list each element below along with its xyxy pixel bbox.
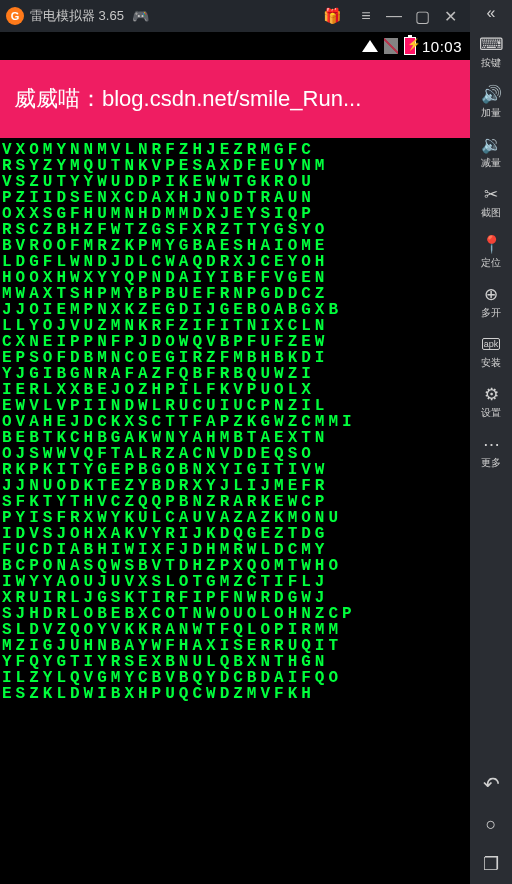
home-icon bbox=[486, 814, 497, 835]
back-icon bbox=[483, 772, 500, 796]
sidebar-tool-label: 加量 bbox=[470, 106, 512, 120]
sidebar-tool-multi[interactable]: 多开 bbox=[470, 278, 512, 328]
clock-text: 10:03 bbox=[422, 38, 462, 55]
sidebar-tool-label: 安装 bbox=[470, 356, 512, 370]
sidebar-tool-more[interactable]: 更多 bbox=[470, 428, 512, 478]
android-statusbar: ⚡ 10:03 bbox=[0, 32, 470, 60]
pin-icon bbox=[470, 234, 512, 254]
kbd-icon bbox=[470, 34, 512, 54]
sidebar-tool-label: 更多 bbox=[470, 456, 512, 470]
sidebar-tool-label: 多开 bbox=[470, 306, 512, 320]
sidebar-tool-vol-dn[interactable]: 减量 bbox=[470, 128, 512, 178]
cut-icon bbox=[470, 184, 512, 204]
menu-button[interactable]: ≡ bbox=[352, 7, 380, 25]
sidebar-tool-kbd[interactable]: 按键 bbox=[470, 28, 512, 78]
apk-icon: apk bbox=[470, 334, 512, 354]
gear-icon bbox=[470, 384, 512, 404]
sidebar-tool-label: 减量 bbox=[470, 156, 512, 170]
maximize-button[interactable]: ▢ bbox=[408, 7, 436, 26]
sidebar-tool-label: 截图 bbox=[470, 206, 512, 220]
wifi-icon bbox=[362, 40, 378, 52]
sidebar-tool-vol-up[interactable]: 加量 bbox=[470, 78, 512, 128]
recent-apps-icon bbox=[483, 853, 499, 875]
sidebar-tool-label: 按键 bbox=[470, 56, 512, 70]
app-logo-icon: G bbox=[6, 7, 24, 25]
close-button[interactable]: ✕ bbox=[436, 7, 464, 26]
no-sim-icon bbox=[384, 38, 398, 54]
emulator-sidebar: « 按键加量减量截图定位多开apk安装设置更多 bbox=[470, 0, 512, 884]
sidebar-tool-pin[interactable]: 定位 bbox=[470, 228, 512, 278]
vol-dn-icon bbox=[470, 134, 512, 154]
matrix-text-area: VXOMYNNMVLNRFZHJEZRMGFC RSYZYMQUTNKVPESA… bbox=[0, 138, 470, 884]
sidebar-tool-gear[interactable]: 设置 bbox=[470, 378, 512, 428]
emulator-titlebar: G 雷电模拟器 3.65 🎮 🎁 ≡ — ▢ ✕ bbox=[0, 0, 470, 32]
app-title: 雷电模拟器 3.65 bbox=[30, 7, 124, 25]
sidebar-tool-apk[interactable]: apk安装 bbox=[470, 328, 512, 378]
sidebar-collapse-icon[interactable]: « bbox=[487, 4, 496, 28]
minimize-button[interactable]: — bbox=[380, 7, 408, 25]
battery-charging-icon: ⚡ bbox=[404, 37, 416, 55]
gamepad-icon: 🎮 bbox=[132, 8, 149, 24]
more-icon bbox=[470, 434, 512, 454]
sidebar-tool-label: 定位 bbox=[470, 256, 512, 270]
gift-icon[interactable]: 🎁 bbox=[323, 7, 342, 25]
nav-back-button[interactable] bbox=[470, 764, 512, 804]
multi-icon bbox=[470, 284, 512, 304]
header-title: 威威喵：blog.csdn.net/smile_Run... bbox=[14, 84, 361, 114]
sidebar-tool-cut[interactable]: 截图 bbox=[470, 178, 512, 228]
nav-home-button[interactable] bbox=[470, 804, 512, 844]
app-header: 威威喵：blog.csdn.net/smile_Run... bbox=[0, 60, 470, 138]
vol-up-icon bbox=[470, 84, 512, 104]
sidebar-tool-label: 设置 bbox=[470, 406, 512, 420]
nav-recent-button[interactable] bbox=[470, 844, 512, 884]
